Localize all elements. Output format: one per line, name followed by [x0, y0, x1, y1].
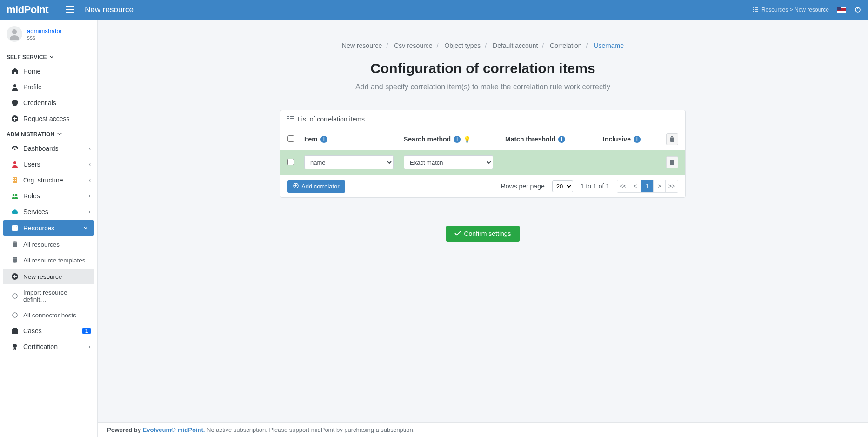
svg-rect-30	[13, 276, 17, 277]
bulb-icon[interactable]: 💡	[463, 136, 471, 143]
breadcrumb-top-new: New resource	[795, 7, 829, 13]
sidebar-item-new-resource[interactable]: New resource	[3, 269, 94, 284]
svg-rect-45	[671, 160, 673, 160]
sidebar-item-profile[interactable]: Profile	[0, 79, 97, 95]
select-all-checkbox[interactable]	[287, 135, 294, 142]
row-checkbox[interactable]	[287, 159, 294, 165]
user-role: sss	[27, 34, 62, 41]
chevron-down-icon	[83, 225, 88, 231]
rows-per-page-select[interactable]: 20	[552, 180, 573, 192]
svg-rect-44	[670, 160, 674, 161]
sidebar-item-home[interactable]: Home	[0, 63, 97, 79]
sidebar-item-dashboards[interactable]: Dashboards ‹	[0, 141, 97, 156]
cases-icon	[11, 327, 19, 335]
sidebar-item-services[interactable]: Services ‹	[0, 204, 97, 220]
list-icon	[287, 115, 294, 123]
circle-icon	[11, 292, 19, 300]
sidebar-item-users[interactable]: Users ‹	[0, 156, 97, 172]
info-icon[interactable]: i	[454, 136, 461, 143]
sidebar-item-org[interactable]: Org. structure ‹	[0, 172, 97, 188]
sidebar-item-cases[interactable]: Cases 1	[0, 323, 97, 339]
svg-point-16	[14, 149, 16, 150]
svg-point-24	[15, 194, 18, 196]
svg-rect-43	[670, 161, 674, 165]
svg-rect-35	[290, 116, 294, 117]
trash-icon	[669, 160, 675, 166]
crumb-csv[interactable]: Csv resource	[393, 42, 433, 49]
info-icon[interactable]: i	[558, 136, 565, 143]
confirm-settings-button[interactable]: Confirm settings	[446, 226, 519, 242]
svg-point-33	[13, 344, 17, 348]
breadcrumb-top-resources[interactable]: Resources	[761, 7, 788, 13]
sidebar-item-request-access[interactable]: Request access	[0, 111, 97, 127]
sidebar-item-all-hosts[interactable]: All connector hosts	[0, 307, 97, 323]
page-first[interactable]: <<	[617, 180, 629, 192]
svg-rect-5	[753, 9, 754, 10]
main-content: New resource/ Csv resource/ Object types…	[98, 20, 868, 437]
sidebar-item-all-resources[interactable]: All resources	[0, 236, 97, 252]
crumb-default-account[interactable]: Default account	[492, 42, 539, 49]
sidebar-item-roles[interactable]: Roles ‹	[0, 188, 97, 204]
svg-point-31	[13, 294, 17, 298]
plus-circle-icon	[11, 115, 19, 122]
crumb-new-resource[interactable]: New resource	[341, 42, 383, 49]
info-icon[interactable]: i	[634, 136, 641, 143]
sidebar-item-import-def[interactable]: Import resource definit…	[0, 285, 97, 307]
svg-rect-38	[287, 121, 289, 121]
pagination: << < 1 > >>	[617, 180, 678, 193]
card-footer: Add correlator Rows per page 20 1 to 1 o…	[280, 175, 685, 197]
search-method-select[interactable]: Exact match	[404, 155, 493, 169]
power-button[interactable]	[854, 6, 861, 14]
svg-point-27	[13, 257, 17, 258]
username[interactable]: administrator	[27, 27, 62, 34]
crumb-correlation[interactable]: Correlation	[549, 42, 582, 49]
sidebar-item-resources[interactable]: Resources	[3, 220, 94, 236]
user-icon	[7, 26, 22, 42]
section-administration[interactable]: ADMINISTRATION	[0, 127, 97, 141]
page-number[interactable]: 1	[641, 180, 654, 192]
home-icon	[11, 67, 19, 75]
delete-header-button[interactable]	[666, 133, 678, 145]
svg-point-12	[13, 84, 16, 87]
section-self-service[interactable]: SELF SERVICE	[0, 49, 97, 63]
page-last[interactable]: >>	[666, 180, 678, 192]
sidebar-item-credentials[interactable]: Credentials	[0, 95, 97, 111]
sidebar: administrator sss SELF SERVICE Home Prof…	[0, 20, 98, 437]
svg-point-25	[12, 225, 18, 227]
menu-toggle[interactable]	[66, 6, 74, 14]
chevron-left-icon: ‹	[89, 193, 91, 199]
cloud-icon	[11, 208, 19, 215]
crumb-object-types[interactable]: Object types	[443, 42, 481, 49]
delete-row-button[interactable]	[666, 156, 678, 168]
footer-brand-link[interactable]: Evolveum® midPoint.	[143, 426, 205, 433]
database-icon	[11, 241, 19, 248]
sidebar-item-all-templates[interactable]: All resource templates	[0, 252, 97, 268]
chevron-left-icon: ‹	[89, 208, 91, 215]
add-correlator-button[interactable]: Add correlator	[287, 180, 345, 193]
svg-rect-7	[753, 11, 754, 12]
info-icon[interactable]: i	[320, 136, 327, 143]
chevron-down-icon	[49, 54, 54, 61]
plus-icon	[293, 183, 299, 190]
check-icon	[454, 230, 461, 237]
card-header: List of correlation items	[280, 110, 685, 128]
logo: midPoint	[7, 4, 48, 16]
svg-rect-18	[13, 177, 17, 183]
svg-rect-22	[15, 180, 16, 181]
flag-icon[interactable]	[837, 7, 846, 13]
svg-rect-21	[13, 180, 14, 181]
chevron-left-icon: ‹	[89, 145, 91, 152]
page-next[interactable]: >	[654, 180, 666, 192]
chevron-left-icon: ‹	[89, 177, 91, 183]
svg-point-17	[13, 161, 16, 164]
building-icon	[11, 176, 19, 184]
item-select[interactable]: name	[304, 155, 394, 169]
circle-icon	[11, 311, 19, 319]
rows-per-page-label: Rows per page	[501, 182, 545, 190]
svg-point-23	[13, 194, 15, 196]
page-prev[interactable]: <	[629, 180, 641, 192]
sidebar-item-certification[interactable]: Certification ‹	[0, 339, 97, 355]
crumb-username: Username	[593, 42, 625, 49]
table-header: Itemi Search methodi💡 Match thresholdi I…	[280, 128, 685, 150]
table-row: name Exact match	[280, 150, 685, 175]
